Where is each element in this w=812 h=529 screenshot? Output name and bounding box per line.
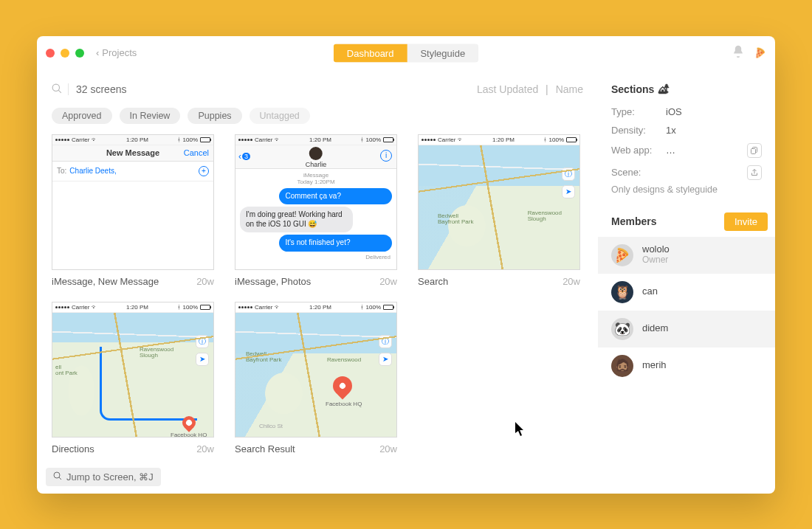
back-to-projects[interactable]: ‹ Projects	[96, 47, 137, 58]
chat-bubble: Comment ça va?	[279, 188, 392, 205]
ios-status-bar: Carrierᯤ 1:20 PM ᚼ100%	[235, 135, 396, 145]
member-name: wololo	[642, 244, 670, 255]
search-icon	[53, 471, 62, 483]
screen-card[interactable]: Carrierᯤ 1:20 PM ᚼ100% ⓘ ➤ ell ont Park …	[52, 302, 214, 454]
location-arrow-icon: ➤	[379, 353, 392, 366]
map-pin-icon	[329, 372, 357, 399]
tag-untagged[interactable]: Untagged	[250, 108, 310, 124]
sections-header: Sections 🏕	[598, 83, 775, 103]
bell-icon[interactable]	[731, 44, 746, 61]
nm-cancel: Cancel	[184, 148, 209, 157]
body: 32 screens Last Updated | Name Approved …	[37, 70, 775, 494]
screen-thumb: Carrierᯤ 1:20 PM ᚼ100% New Message Cance…	[52, 134, 214, 270]
screen-time: 20w	[562, 276, 580, 287]
screens-header: 32 screens Last Updated | Name	[37, 70, 598, 103]
member-name: didem	[642, 323, 668, 334]
tab-styleguide[interactable]: Styleguide	[407, 44, 478, 62]
member-name: can	[642, 286, 658, 297]
ios-status-bar: Carrierᯤ 1:20 PM ᚼ100%	[419, 135, 579, 145]
tags-row: Approved In Review Puppies Untagged	[37, 103, 598, 134]
current-user-avatar[interactable]: 🍕	[754, 47, 766, 58]
titlebar-right: 🍕	[731, 44, 766, 61]
minimize-window-button[interactable]	[61, 49, 69, 58]
screen-thumb: Carrierᯤ 1:20 PM ᚼ100% ⓘ ➤ Bedwell Bayfr…	[418, 134, 580, 270]
row-webapp: Web app: …	[598, 139, 775, 162]
avatar-icon: 🧔🏽	[611, 355, 633, 377]
screens-grid: Carrierᯤ 1:20 PM ᚼ100% New Message Cance…	[37, 134, 598, 469]
zoom-window-button[interactable]	[75, 49, 84, 58]
svg-rect-1	[751, 148, 756, 153]
member-row[interactable]: 🐼 didem	[598, 311, 775, 348]
map-pin-icon	[179, 413, 198, 432]
screen-title: Search Result	[235, 443, 295, 454]
member-name: merih	[642, 360, 667, 371]
info-circle-icon: ⓘ	[196, 335, 209, 348]
screen-time: 20w	[196, 276, 214, 287]
ios-status-bar: Carrierᯤ 1:20 PM ᚼ100%	[52, 302, 213, 313]
members-header: Members Invite	[598, 204, 775, 237]
copy-icon[interactable]	[747, 143, 762, 158]
chat-bubble: I'm doing great! Working hard on the iOS…	[240, 207, 353, 232]
app-window: ‹ Projects Dashboard Styleguide 🍕 32 scr…	[37, 36, 775, 494]
row-type: Type: iOS	[598, 103, 775, 121]
screen-thumb: Carrierᯤ 1:20 PM ᚼ100% ‹3 Charlie i	[235, 134, 397, 270]
tent-emoji-icon: 🏕	[658, 83, 669, 95]
screen-time: 20w	[379, 276, 397, 287]
screen-card[interactable]: Carrierᯤ 1:20 PM ᚼ100% New Message Cance…	[52, 134, 214, 287]
nm-title: New Message	[106, 148, 159, 157]
tag-puppies[interactable]: Puppies	[187, 108, 241, 124]
sections-label: Sections	[611, 83, 654, 95]
members-label: Members	[611, 215, 656, 227]
chat-back-icon: ‹3	[238, 151, 250, 162]
avatar-icon: 🦉	[611, 281, 633, 303]
avatar-icon	[309, 147, 323, 160]
screen-card[interactable]: Carrierᯤ 1:20 PM ᚼ100% ⓘ ➤ Bedwell Bayfr…	[418, 134, 580, 287]
search-icon[interactable]	[52, 83, 62, 96]
invite-button[interactable]: Invite	[724, 212, 768, 231]
sort-last-updated[interactable]: Last Updated	[477, 83, 538, 95]
plus-circle-icon: +	[199, 166, 209, 176]
sidebar: Sections 🏕 Type: iOS Density: 1x Web app…	[598, 70, 775, 494]
jump-to-screen-button[interactable]: Jump to Screen, ⌘J	[46, 468, 161, 486]
screen-card[interactable]: Carrierᯤ 1:20 PM ᚼ100% ‹3 Charlie i	[235, 134, 397, 287]
chevron-left-icon: ‹	[96, 47, 99, 58]
row-scene-key: Scene:	[598, 162, 775, 180]
row-density: Density: 1x	[598, 121, 775, 139]
tab-dashboard[interactable]: Dashboard	[334, 44, 407, 62]
ios-status-bar: Carrierᯤ 1:20 PM ᚼ100%	[52, 135, 213, 145]
screen-title: Search	[418, 276, 448, 287]
location-arrow-icon: ➤	[196, 353, 209, 366]
view-segmented-control: Dashboard Styleguide	[334, 44, 478, 62]
screens-count: 32 screens	[68, 83, 126, 95]
screen-title: iMessage, New Message	[52, 276, 159, 287]
chat-bubble: It's not finished yet?	[279, 235, 392, 252]
member-row[interactable]: 🧔🏽 merih	[598, 348, 775, 384]
sort-name[interactable]: Name	[556, 83, 583, 95]
screen-thumb: Carrierᯤ 1:20 PM ᚼ100% ⓘ ➤ ell ont Park …	[52, 302, 214, 438]
location-arrow-icon: ➤	[562, 185, 575, 198]
tag-in-review[interactable]: In Review	[120, 108, 181, 124]
tag-approved[interactable]: Approved	[52, 108, 112, 124]
close-window-button[interactable]	[46, 49, 55, 58]
member-row[interactable]: 🦉 can	[598, 274, 775, 311]
traffic-lights	[46, 49, 84, 58]
screen-title: iMessage, Photos	[235, 276, 311, 287]
avatar-icon: 🍕	[611, 244, 633, 266]
screen-card[interactable]: Carrierᯤ 1:20 PM ᚼ100% ⓘ ➤ Bedwell Bayfr…	[235, 302, 397, 454]
route-line	[100, 347, 197, 421]
avatar-icon: 🐼	[611, 318, 633, 340]
screen-time: 20w	[379, 443, 397, 454]
info-circle-icon: ⓘ	[379, 335, 392, 348]
row-scene-value: Only designs & styleguide	[598, 180, 775, 204]
sort-separator: |	[541, 83, 553, 95]
member-row[interactable]: 🍕 wololo Owner	[598, 237, 775, 274]
ios-status-bar: Carrierᯤ 1:20 PM ᚼ100%	[235, 302, 396, 313]
jump-label: Jump to Screen, ⌘J	[66, 471, 154, 483]
titlebar: ‹ Projects Dashboard Styleguide 🍕	[37, 36, 775, 70]
sort-control[interactable]: Last Updated | Name	[477, 83, 583, 95]
screen-title: Directions	[52, 443, 94, 454]
screen-time: 20w	[196, 443, 214, 454]
screen-thumb: Carrierᯤ 1:20 PM ᚼ100% ⓘ ➤ Bedwell Bayfr…	[235, 302, 397, 438]
back-label: Projects	[102, 47, 137, 58]
share-icon[interactable]	[747, 165, 762, 180]
